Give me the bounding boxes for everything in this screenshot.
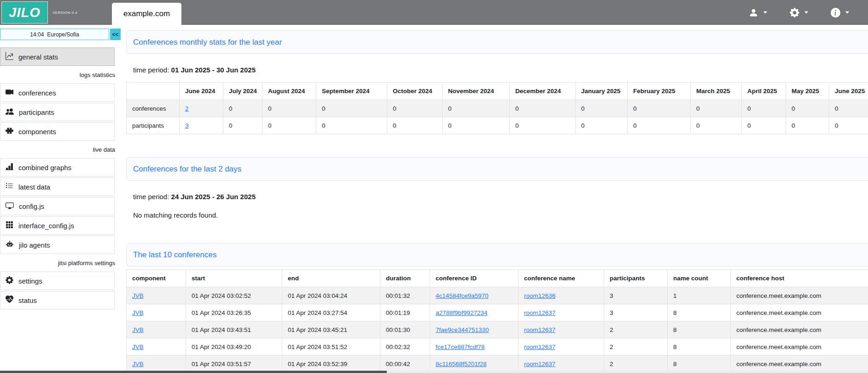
month-column-header: October 2024 (387, 83, 443, 100)
sidebar-item-components[interactable]: components (0, 122, 115, 141)
month-column-header: April 2025 (742, 83, 786, 100)
conference-id-cell: fce17ce887fcdf78 (430, 338, 518, 355)
monthly-stats-title[interactable]: Conferences monthly stats for the last y… (133, 38, 282, 47)
duration-cell: 00:01:30 (380, 321, 430, 338)
puzzle-icon (6, 127, 13, 136)
component-cell: JVB (127, 304, 186, 321)
row-label: conferences (127, 100, 180, 117)
month-column-header: September 2024 (316, 83, 387, 100)
gear-icon (790, 8, 799, 18)
start-cell: 01 Apr 2024 03:49:20 (186, 338, 282, 355)
sidebar-item-label: status (18, 296, 37, 304)
month-column-header: February 2025 (628, 83, 691, 100)
sidebar-item-latest-data[interactable]: latest data (0, 178, 115, 196)
column-header: conference name (518, 270, 604, 287)
conference-name-link[interactable]: room12637 (524, 309, 555, 316)
grid-icon (6, 221, 13, 230)
conference-name-link[interactable]: room12637 (524, 361, 555, 367)
conference-id-link[interactable]: 8c116568f5201f28 (436, 361, 487, 367)
section-label-jitsi-platforms-settings: jitsi platforms settings (0, 256, 121, 270)
sidebar-item-combined-graphs[interactable]: combined graphs (0, 158, 115, 177)
bar-chart-icon (6, 163, 13, 172)
user-menu-button[interactable] (749, 8, 768, 18)
stat-cell: 0 (316, 117, 387, 134)
column-header: name count (668, 270, 731, 287)
clock-time: 14:04 (30, 31, 44, 38)
sidebar-item-status[interactable]: status (0, 291, 115, 309)
name-count-cell: 8 (668, 321, 731, 338)
stat-count-link[interactable]: 3 (185, 122, 189, 129)
stat-cell: 0 (742, 117, 786, 134)
sidebar-item-label: config.js (19, 202, 44, 210)
month-column-header: August 2024 (262, 83, 316, 100)
settings-menu-button[interactable] (790, 8, 809, 18)
last-conferences-title[interactable]: The last 10 conferences (133, 250, 216, 260)
conference-id-link[interactable]: 7fae9ce344751330 (436, 326, 489, 333)
participants-cell: 3 (604, 304, 668, 321)
horizontal-scrollbar-thumb[interactable] (0, 371, 387, 373)
stat-count-link[interactable]: 2 (185, 105, 189, 112)
conference-host-cell: conference.meet.example.com (731, 287, 868, 304)
sidebar-item-settings[interactable]: settings (0, 272, 115, 290)
time-period-label: time period: (133, 66, 169, 74)
clock-timezone: Europe/Sofia (47, 31, 79, 38)
sidebar-item-label: settings (18, 277, 42, 285)
component-link[interactable]: JVB (132, 343, 144, 350)
column-header: component (127, 270, 186, 287)
sidebar-item-participants[interactable]: participants (0, 103, 115, 121)
sidebar-item-conferences[interactable]: conferences (0, 83, 115, 102)
sidebar: 14:04 Europe/Sofia << general stats logs… (0, 25, 121, 310)
section-label-live-data: live data (0, 142, 121, 156)
stat-cell: 0 (223, 117, 262, 134)
info-menu-button[interactable] (831, 8, 850, 18)
column-header: start (186, 270, 282, 287)
topbar: JILO VERSION 0.4 example.com (0, 0, 868, 25)
component-link[interactable]: JVB (132, 326, 144, 333)
stat-cell: 0 (262, 117, 316, 134)
conference-id-cell: 8c116568f5201f28 (430, 355, 518, 373)
sidebar-item-jilo-agents[interactable]: jilo agents (0, 236, 115, 254)
component-link[interactable]: JVB (132, 361, 144, 367)
component-link[interactable]: JVB (132, 309, 144, 316)
component-link[interactable]: JVB (132, 292, 144, 299)
sidebar-collapse-button[interactable]: << (110, 29, 121, 40)
stat-cell: 0 (691, 100, 742, 117)
conference-table-row: JVB01 Apr 2024 03:26:3501 Apr 2024 03:27… (127, 304, 868, 321)
version-label: VERSION 0.4 (52, 11, 77, 15)
conference-name-link[interactable]: room12636 (524, 292, 555, 299)
conference-id-link[interactable]: 4c14584fce9a5970 (436, 292, 489, 299)
sidebar-item-interface-config-js[interactable]: interface_config.js (0, 216, 115, 235)
corner-header (127, 83, 180, 100)
last-two-days-title[interactable]: Conferences for the last 2 days (133, 165, 241, 174)
stat-cell: 0 (387, 117, 443, 134)
main-content: Conferences monthly stats for the last y… (126, 25, 868, 373)
app-logo-text: JILO (9, 5, 40, 20)
conference-name-link[interactable]: room12637 (524, 343, 555, 350)
stat-cell: 0 (829, 100, 868, 117)
sidebar-item-general-stats[interactable]: general stats (0, 47, 115, 66)
conference-name-link[interactable]: room12637 (524, 326, 555, 333)
sidebar-item-label: general stats (18, 53, 58, 61)
conference-id-link[interactable]: fce17ce887fcdf78 (436, 343, 485, 350)
last-conferences-body: JVB01 Apr 2024 03:02:5201 Apr 2024 03:04… (127, 287, 868, 373)
caret-down-icon (804, 10, 809, 15)
month-column-header: November 2024 (443, 83, 510, 100)
stat-cell: 0 (628, 117, 691, 134)
stat-cell: 0 (742, 100, 786, 117)
month-column-header: January 2025 (576, 83, 628, 100)
stat-cell: 0 (316, 100, 387, 117)
column-header: conference ID (430, 270, 518, 287)
platform-tab-example-com[interactable]: example.com (112, 3, 181, 25)
monthly-stats-card: Conferences monthly stats for the last y… (126, 30, 868, 54)
time-period-value: 24 Jun 2025 - 26 Jun 2025 (171, 193, 256, 201)
last-two-days-card: Conferences for the last 2 days (126, 157, 868, 181)
conference-id-link[interactable]: a2788f9bf9927234 (436, 309, 488, 316)
sidebar-item-config-js[interactable]: config.js (0, 197, 115, 215)
stat-cell: 0 (510, 117, 576, 134)
clock: 14:04 Europe/Sofia (0, 29, 109, 40)
monthly-header-row: June 2024July 2024August 2024September 2… (127, 83, 868, 100)
end-cell: 01 Apr 2024 03:52:39 (282, 355, 380, 373)
stat-cell: 0 (576, 117, 628, 134)
robot-icon (6, 240, 14, 250)
sidebar-item-label: combined graphs (18, 164, 71, 172)
